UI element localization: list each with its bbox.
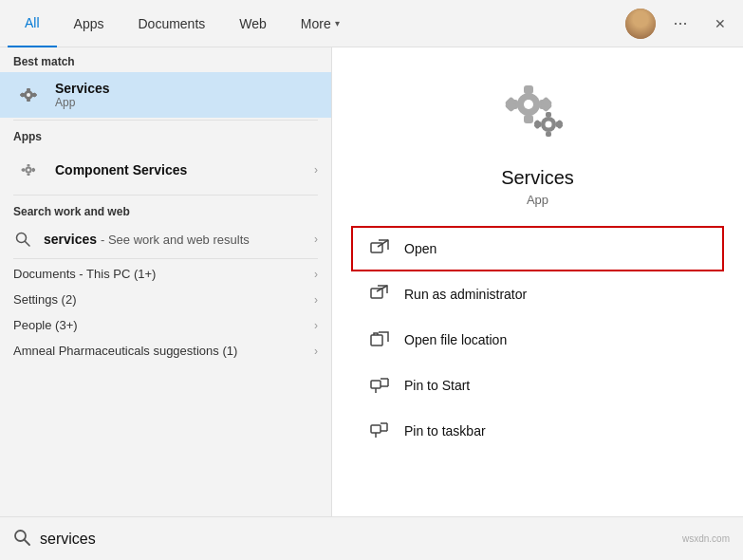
svg-rect-13 <box>28 164 30 167</box>
amneal-link[interactable]: Amneal Pharmaceuticals suggestions (1) › <box>0 338 331 364</box>
app-icon-large <box>500 76 576 152</box>
svg-rect-3 <box>27 88 30 91</box>
tab-web[interactable]: Web <box>222 0 284 47</box>
tab-documents[interactable]: Documents <box>121 0 222 47</box>
settings-label: Settings (2) <box>13 292 76 307</box>
close-icon: ✕ <box>715 16 726 31</box>
bottom-search-bar: wsxdn.com <box>0 516 743 560</box>
services-icon <box>13 80 44 110</box>
component-services-title: Component Services <box>55 162 314 177</box>
run-admin-label: Run as administrator <box>404 287 527 302</box>
search-query-suffix: - See work and web results <box>101 233 250 247</box>
svg-rect-25 <box>524 85 533 94</box>
search-input[interactable] <box>40 531 673 548</box>
app-title: Services <box>501 167 574 189</box>
svg-point-2 <box>27 93 30 97</box>
people-label: People (3+) <box>13 318 78 332</box>
amneal-label: Amneal Pharmaceuticals suggestions (1) <box>13 344 237 358</box>
settings-arrow: › <box>314 293 318 307</box>
services-item-text: Services App <box>55 81 318 109</box>
svg-rect-14 <box>28 174 30 177</box>
svg-point-24 <box>524 100 533 109</box>
magnifier-icon <box>15 232 30 247</box>
search-icon <box>13 230 32 249</box>
search-query-bold: services <box>44 232 97 247</box>
tab-all-label: All <box>25 15 40 30</box>
people-link[interactable]: People (3+) › <box>0 312 331 338</box>
svg-rect-48 <box>371 381 381 388</box>
settings-link[interactable]: Settings (2) › <box>0 287 331 312</box>
taskbar-pin-icon <box>370 421 389 440</box>
component-services-icon <box>13 155 44 185</box>
component-services-item[interactable]: Component Services › <box>0 147 331 193</box>
documents-label: Documents - This PC (1+) <box>13 267 156 281</box>
tab-apps-label: Apps <box>74 16 104 31</box>
action-list: Open Run as administrator <box>332 226 743 454</box>
tab-more-label: More <box>301 16 331 31</box>
right-panel: Services App Open <box>332 47 743 516</box>
open-action[interactable]: Open <box>351 226 724 271</box>
tab-all[interactable]: All <box>8 0 57 47</box>
pin-start-label: Pin to Start <box>404 378 470 393</box>
app-type: App <box>527 193 548 207</box>
component-services-arrow: › <box>314 163 318 177</box>
svg-rect-47 <box>371 335 382 345</box>
services-subtitle: App <box>55 96 318 109</box>
ellipsis-icon: ··· <box>673 13 687 33</box>
services-title: Services <box>55 81 318 96</box>
avatar[interactable] <box>625 9 656 39</box>
pin-start-action[interactable]: Pin to Start <box>351 363 724 408</box>
open-location-label: Open file location <box>404 332 507 347</box>
run-admin-action[interactable]: Run as administrator <box>351 271 724 317</box>
people-arrow: › <box>314 319 318 332</box>
more-options-button[interactable]: ··· <box>665 9 696 39</box>
documents-arrow: › <box>314 268 318 281</box>
svg-point-34 <box>545 121 551 128</box>
open-location-icon <box>368 328 391 351</box>
gear-icon <box>15 82 42 108</box>
watermark-text: wsxdn.com <box>682 533 730 544</box>
amneal-arrow: › <box>314 345 318 358</box>
open-location-action[interactable]: Open file location <box>351 317 724 363</box>
pin-taskbar-label: Pin to taskbar <box>404 423 486 439</box>
tab-apps[interactable]: Apps <box>57 0 121 47</box>
open-icon <box>368 237 391 260</box>
pin-start-icon <box>368 374 391 397</box>
large-services-gear-icon <box>500 76 576 152</box>
component-services-text: Component Services <box>55 162 314 177</box>
svg-rect-53 <box>371 425 381 433</box>
run-admin-icon <box>368 283 391 306</box>
pin-icon <box>370 376 389 395</box>
search-web-row[interactable]: services - See work and web results › <box>0 222 331 256</box>
pin-taskbar-icon <box>368 420 391 442</box>
tab-web-label: Web <box>239 16 267 31</box>
best-match-header: Best match <box>0 47 331 72</box>
svg-line-22 <box>26 242 30 247</box>
bottom-magnifier-icon <box>13 529 30 546</box>
best-match-item[interactable]: Services App <box>0 72 331 118</box>
tab-documents-label: Documents <box>138 16 205 31</box>
search-row-arrow: › <box>314 233 318 246</box>
avatar-image <box>625 9 656 39</box>
close-button[interactable]: ✕ <box>705 9 735 39</box>
search-row-query: services - See work and web results <box>44 232 314 247</box>
svg-point-12 <box>28 169 30 172</box>
chevron-down-icon: ▾ <box>335 18 340 28</box>
tab-more[interactable]: More ▾ <box>284 0 357 47</box>
svg-line-59 <box>25 539 30 545</box>
divider-2 <box>13 195 318 196</box>
svg-rect-26 <box>524 115 533 123</box>
folder-icon <box>370 330 389 349</box>
divider-1 <box>13 120 318 121</box>
open-window-icon <box>370 239 389 258</box>
component-gear-icon <box>17 159 40 181</box>
pin-taskbar-action[interactable]: Pin to taskbar <box>351 408 724 454</box>
documents-link[interactable]: Documents - This PC (1+) › <box>0 261 331 287</box>
shield-icon <box>370 285 389 304</box>
search-web-header: Search work and web <box>0 197 331 222</box>
bottom-search-icon <box>13 529 30 550</box>
svg-rect-4 <box>27 99 30 102</box>
open-label: Open <box>404 241 437 256</box>
divider-3 <box>13 258 318 259</box>
svg-rect-36 <box>546 132 551 138</box>
